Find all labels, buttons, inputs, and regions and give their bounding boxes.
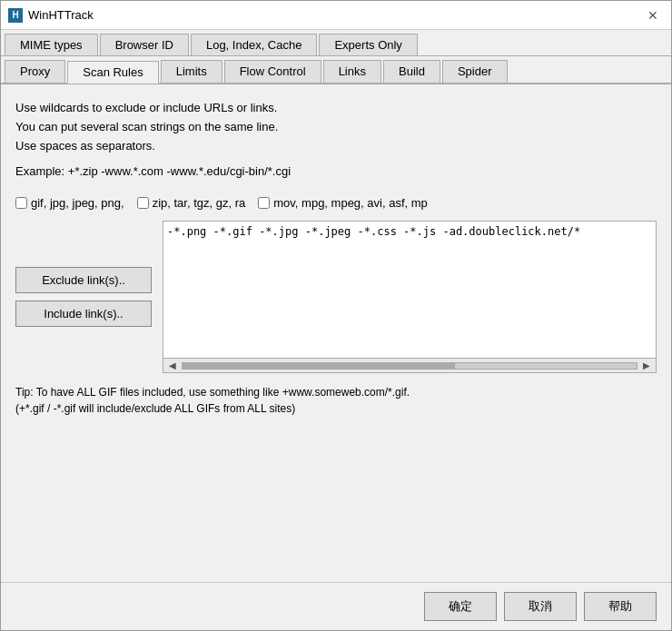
tab-row-1: MIME types Browser ID Log, Index, Cache … — [1, 30, 671, 56]
checkbox-gif-jpg-input[interactable] — [15, 197, 27, 209]
include-link-button[interactable]: Include link(s).. — [15, 301, 152, 327]
tab-proxy[interactable]: Proxy — [5, 60, 65, 83]
tab-log-index-cache[interactable]: Log, Index, Cache — [191, 34, 318, 55]
horizontal-scrollbar[interactable]: ◀ ▶ — [163, 358, 656, 372]
scroll-left-arrow[interactable]: ◀ — [165, 360, 180, 370]
tab-limits[interactable]: Limits — [161, 60, 222, 83]
scrollbar-track — [182, 362, 637, 370]
bottom-bar: 确定 取消 帮助 — [1, 582, 671, 630]
desc-line-1: Use wildcards to exclude or include URLs… — [15, 99, 657, 118]
tab-browser-id[interactable]: Browser ID — [100, 34, 189, 55]
scan-rules-textarea-wrapper: ◀ ▶ — [163, 221, 657, 373]
tab-scan-rules[interactable]: Scan Rules — [67, 61, 158, 84]
scroll-right-arrow[interactable]: ▶ — [639, 360, 654, 370]
checkbox-mov-mpg-label: mov, mpg, mpeg, avi, asf, mp — [273, 196, 428, 210]
tab-flow-control[interactable]: Flow Control — [224, 60, 321, 83]
cancel-button[interactable]: 取消 — [504, 592, 577, 621]
textarea-section: Exclude link(s).. Include link(s).. ◀ ▶ — [15, 221, 657, 373]
tab-links[interactable]: Links — [323, 60, 381, 83]
help-button[interactable]: 帮助 — [584, 592, 657, 621]
tab-mime-types[interactable]: MIME types — [5, 34, 98, 55]
close-button[interactable]: ✕ — [642, 5, 664, 26]
scrollbar-thumb — [183, 363, 455, 369]
desc-line-3: Use spaces as separators. — [15, 137, 657, 156]
checkbox-zip-tar-label: zip, tar, tgz, gz, ra — [153, 196, 246, 210]
tab-experts-only[interactable]: Experts Only — [319, 34, 417, 55]
tip-line-2: (+*.gif / -*.gif will include/exclude AL… — [15, 400, 657, 417]
example-text: Example: +*.zip -www.*.com -www.*.edu/cg… — [15, 163, 657, 182]
checkbox-row: gif, jpg, jpeg, png, zip, tar, tgz, gz, … — [15, 196, 657, 210]
exclude-link-button[interactable]: Exclude link(s).. — [15, 267, 152, 293]
checkbox-zip-tar-input[interactable] — [137, 197, 149, 209]
desc-line-2: You can put several scan strings on the … — [15, 118, 657, 137]
checkbox-gif-jpg-label: gif, jpg, jpeg, png, — [31, 196, 124, 210]
tab-build[interactable]: Build — [383, 60, 440, 83]
checkbox-mov-mpg-input[interactable] — [258, 197, 270, 209]
tab-row-2: Proxy Scan Rules Limits Flow Control Lin… — [1, 56, 671, 84]
ok-button[interactable]: 确定 — [424, 592, 497, 621]
tip-line-1: Tip: To have ALL GIF files included, use… — [15, 384, 657, 400]
link-buttons: Exclude link(s).. Include link(s).. — [15, 221, 152, 373]
window-title: WinHTTrack — [28, 8, 94, 22]
app-icon: H — [8, 8, 23, 23]
scan-rules-textarea[interactable] — [163, 222, 656, 358]
tip-block: Tip: To have ALL GIF files included, use… — [15, 384, 657, 417]
checkbox-gif-jpg: gif, jpg, jpeg, png, — [15, 196, 124, 210]
checkbox-zip-tar: zip, tar, tgz, gz, ra — [137, 196, 246, 210]
tab-spider[interactable]: Spider — [442, 60, 508, 83]
content-area: Use wildcards to exclude or include URLs… — [1, 84, 671, 582]
checkbox-mov-mpg: mov, mpg, mpeg, avi, asf, mp — [258, 196, 428, 210]
title-bar-left: H WinHTTrack — [8, 8, 94, 23]
description-block: Use wildcards to exclude or include URLs… — [15, 99, 657, 182]
main-window: H WinHTTrack ✕ MIME types Browser ID Log… — [0, 0, 672, 631]
title-bar: H WinHTTrack ✕ — [1, 1, 671, 30]
